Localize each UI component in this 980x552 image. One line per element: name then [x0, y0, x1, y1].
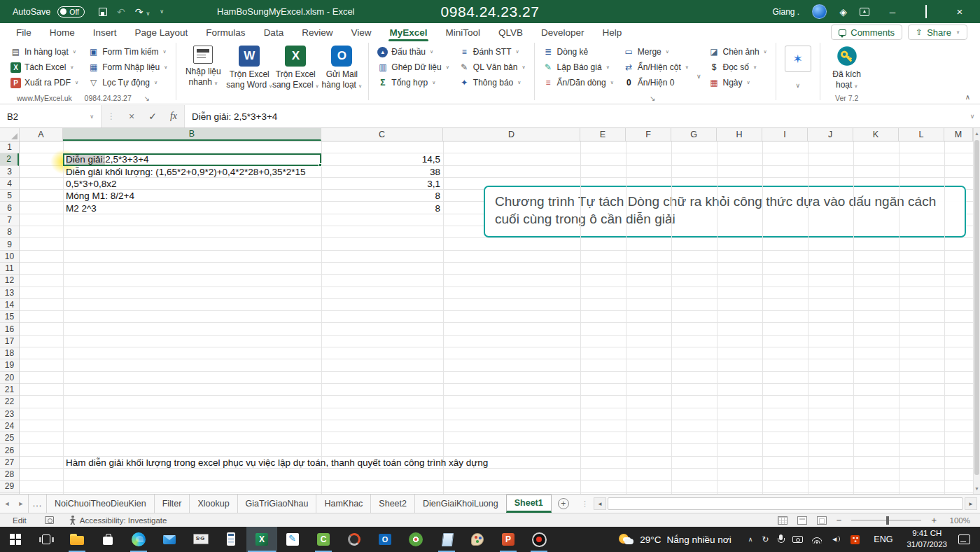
action-center-icon[interactable] [958, 534, 970, 544]
row-header-28[interactable]: 28 [0, 469, 19, 481]
row-header-17[interactable]: 17 [0, 336, 19, 347]
hscroll-right-icon[interactable]: ► [965, 497, 977, 510]
taskbar-powerpoint[interactable] [493, 527, 524, 552]
ribbon-display-options-icon[interactable] [860, 8, 869, 16]
dialog-launcher-icon[interactable]: ↘ [650, 95, 655, 102]
ribbon-overflow-chevron-icon[interactable]: ∨ [694, 73, 704, 80]
chevron-down-icon[interactable]: ∨ [146, 11, 150, 17]
cell-c3[interactable]: 38 [321, 166, 443, 178]
sheet-overflow-button[interactable]: ... [28, 495, 46, 513]
minimize-button[interactable]: – [882, 6, 903, 18]
ribbon-button-magic-wand[interactable]: ✶∨ [780, 43, 816, 89]
chevron-down-icon[interactable]: ∨ [90, 113, 94, 120]
sheet-tab-sheet2[interactable]: Sheet2 [370, 495, 414, 513]
sheet-tab-giatrigiaonhau[interactable]: GiaTriGiaoNhau [237, 495, 316, 513]
taskbar-excel[interactable] [246, 527, 277, 552]
ribbon-button-chen-anh[interactable]: ◪Chèn ảnh∨ [707, 45, 769, 59]
column-header-f[interactable]: F [626, 128, 671, 141]
column-header-j[interactable]: J [808, 128, 853, 141]
zoom-in-icon[interactable]: + [931, 515, 937, 525]
taskbar-outlook[interactable] [370, 527, 400, 552]
ribbon-button-an-hien-0[interactable]: 0Ẩn/Hiện 0 [622, 76, 691, 90]
ribbon-button-an-dan-dong[interactable]: ≡Ẩn/Dãn dòng∨ [541, 76, 616, 90]
restore-button[interactable] [916, 6, 937, 18]
chevron-down-icon[interactable]: ∨ [795, 82, 800, 89]
fill-handle[interactable] [318, 163, 322, 167]
sheetbar-splitter[interactable]: ⋮ [577, 495, 593, 513]
ribbon-tab-insert[interactable]: Insert [84, 23, 126, 41]
row-header-24[interactable]: 24 [0, 420, 19, 432]
select-all-corner[interactable] [0, 128, 20, 141]
column-header-l[interactable]: L [899, 128, 944, 141]
column-header-d[interactable]: D [443, 128, 580, 141]
ribbon-tab-qlvb[interactable]: QLVB [489, 23, 532, 41]
volume-icon[interactable] [831, 535, 841, 544]
close-button[interactable]: × [949, 6, 970, 18]
cancel-entry-icon[interactable]: × [121, 111, 142, 122]
cell-b27[interactable]: Hàm diễn giải khối lượng trong excel phụ… [63, 457, 321, 469]
ribbon-tab-view[interactable]: View [342, 23, 380, 41]
row-header-7[interactable]: 7 [0, 214, 19, 226]
row-header-18[interactable]: 18 [0, 347, 19, 359]
row-header-12[interactable]: 12 [0, 275, 19, 287]
collapse-ribbon-icon[interactable]: ∧ [965, 93, 970, 101]
ribbon-tab-formulas[interactable]: Formulas [197, 23, 254, 41]
comments-button[interactable]: Comments [831, 25, 902, 40]
taskbar-start[interactable] [0, 527, 31, 552]
ribbon-button-danh-stt[interactable]: ≡Đánh STT∨ [457, 45, 528, 59]
sheet-nav-right-icon[interactable]: ► [14, 495, 28, 513]
language-indicator[interactable]: ENG [867, 534, 899, 544]
formula-input[interactable]: Diễn giải: 2,5*3+3+4 [184, 105, 965, 127]
ribbon-button-form-nhap-lieu[interactable]: ▦Form Nhập liệu∨ [86, 60, 169, 74]
cell-b4[interactable]: 0,5*3+0,8x2 [63, 178, 321, 190]
ribbon-tab-help[interactable]: Help [594, 23, 631, 41]
zoom-slider[interactable] [851, 520, 921, 520]
cell-c4[interactable]: 3,1 [321, 178, 443, 190]
globe-icon[interactable]: ◈ [839, 6, 847, 18]
ribbon-button-tron-excel-sang-word[interactable]: WTrộn Excelsang Word ∨ [226, 43, 272, 103]
ribbon-button-lap-bao-gia[interactable]: ✎Lập Báo giá∨ [541, 60, 616, 74]
row-header-5[interactable]: 5 [0, 190, 19, 202]
ribbon-button-in-hang-loat[interactable]: ▤In hàng loạt∨ [8, 45, 80, 59]
confirm-entry-icon[interactable]: ✓ [142, 111, 163, 122]
row-header-10[interactable]: 10 [0, 251, 19, 263]
ribbon-button-an-hien-cot[interactable]: ⇄Ẩn/Hiện cột∨ [622, 60, 691, 74]
spreadsheet-grid[interactable]: Chương trình Tự tách Dòng chữ ra khỏi cô… [0, 128, 980, 494]
ribbon-button-ql-van-ban[interactable]: ✎QL Văn bản∨ [457, 60, 528, 74]
autosave-toggle[interactable]: Off [57, 6, 85, 18]
column-header-c[interactable]: C [321, 128, 443, 141]
user-name[interactable]: Giang . [773, 7, 800, 17]
cell-c5[interactable]: 8 [321, 190, 443, 202]
insert-function-icon[interactable]: fx [163, 111, 184, 122]
ribbon-button-tong-hop[interactable]: ΣTổng hợp∨ [375, 76, 451, 90]
taskbar-file-explorer[interactable] [62, 527, 92, 552]
row-header-23[interactable]: 23 [0, 408, 19, 420]
taskbar-paint[interactable] [462, 527, 493, 552]
row-header-15[interactable]: 15 [0, 311, 19, 323]
column-header-g[interactable]: G [671, 128, 717, 141]
tray-chevron-up-icon[interactable]: ∧ [748, 536, 753, 543]
row-header-26[interactable]: 26 [0, 444, 19, 456]
taskbar-edge[interactable] [123, 527, 154, 552]
taskbar-screen-share[interactable] [185, 527, 216, 552]
ribbon-button-form-tim-kiem[interactable]: ▣Form Tìm kiếm∨ [86, 45, 169, 59]
ribbon-tab-review[interactable]: Review [293, 23, 342, 41]
name-box[interactable]: B2 ∨ [0, 105, 102, 127]
row-header-19[interactable]: 19 [0, 359, 19, 371]
row-header-13[interactable]: 13 [0, 287, 19, 299]
microphone-icon[interactable] [778, 534, 783, 544]
horizontal-scroll-thumb[interactable] [608, 497, 963, 510]
zoom-out-icon[interactable]: − [836, 515, 842, 525]
row-header-27[interactable]: 27 [0, 457, 19, 469]
column-header-h[interactable]: H [717, 128, 762, 141]
weather-widget[interactable]: 29°C Nắng nhiều nơi [609, 527, 741, 552]
onedrive-icon[interactable]: ↻ [762, 534, 769, 544]
clock[interactable]: 9:41 CH 31/07/2023 [899, 528, 954, 550]
row-header-8[interactable]: 8 [0, 226, 19, 238]
taskbar-calculator[interactable] [216, 527, 246, 552]
taskbar-coreldraw[interactable] [400, 527, 431, 552]
row-header-22[interactable]: 22 [0, 396, 19, 408]
ribbon-tab-home[interactable]: Home [41, 23, 84, 41]
sheet-nav-left-icon[interactable]: ◄ [0, 495, 14, 513]
row-header-4[interactable]: 4 [0, 178, 19, 190]
